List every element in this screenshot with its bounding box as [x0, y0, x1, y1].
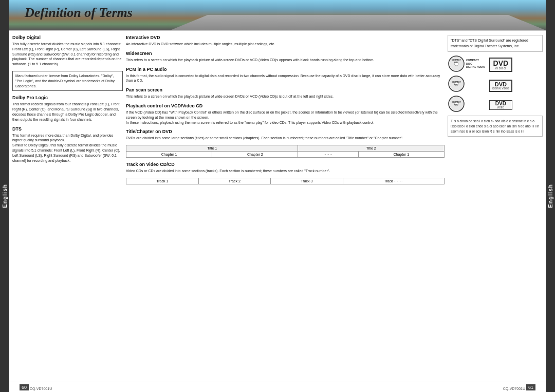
dvd-digital-label: DIGITAL VIDEO — [492, 87, 509, 90]
right-model-number: CQ-VD7001U — [503, 387, 525, 390]
disc-logos: COMPACT DISC COMPACTDISCDIGITAL AUDIO CO… — [448, 55, 485, 113]
logo-dvd-digital-video: DVD DIGITAL VIDEO — [489, 80, 512, 92]
page-title: Definition of Terms — [25, 5, 133, 21]
chapter-2: Chapter 2 — [212, 152, 298, 158]
playback-control-body: If the VCD (Video CD) has "With Playback… — [126, 110, 445, 125]
right-side-tab-label: English — [547, 184, 553, 208]
track-3: Track 3 — [271, 178, 343, 184]
dolby-license-box: Manufactured under license from Dolby La… — [12, 71, 123, 91]
left-page-number: 60 — [20, 384, 29, 390]
chapter-table-header-2: Title 2 — [298, 145, 445, 152]
logo-dvd-video: DVD VIDEO — [489, 58, 512, 72]
svg-text:COMPACT: COMPACT — [452, 101, 461, 103]
dolby-prologic-title: Dolby Pro Logic — [12, 95, 123, 100]
left-side-tab-label: English — [2, 184, 8, 208]
pan-scan-body: This refers to a screen on which the pla… — [126, 94, 445, 99]
compact-disc-icon: COMPACT DISC — [448, 75, 465, 92]
dvd-logos: DVD VIDEO DVD DIGITAL VIDEO DVD VIDEO — [489, 55, 512, 113]
chapter-table-header-1: Title 1 — [126, 145, 298, 152]
track-1: Track 1 — [126, 178, 199, 184]
right-notice-text: T is o cinoo oa sco i o cion c- noo ais … — [451, 119, 539, 133]
dts-body: This format requires more data than Dolb… — [12, 133, 123, 163]
svg-text:DISC: DISC — [454, 84, 459, 86]
track-dots: Track ······ — [343, 178, 444, 184]
chapter-dots-1: ······ — [298, 152, 358, 158]
pcm-audio-body: In this format, the audio signal is conv… — [126, 73, 445, 84]
chapter-table: Title 1 Title 2 Chapter 1 Chapter 2 ····… — [126, 145, 445, 158]
right-side-tab: English — [546, 0, 555, 392]
logo-compact-disc: COMPACT DISC — [448, 75, 485, 92]
left-column: Dolby Digital This fully discrete format… — [12, 35, 123, 378]
dts-title: DTS — [12, 126, 123, 132]
left-model-number: CQ-VD7001U — [30, 387, 52, 390]
right-column: "DTS" and "DTS Digital Surround" are reg… — [448, 35, 543, 378]
dolby-prologic-body: This format records signals from four ch… — [12, 102, 123, 122]
right-page-number: 61 — [526, 384, 535, 390]
widescreen-body: This refers to a screen on which the pla… — [126, 58, 445, 63]
trademark-text: "DTS" and "DTS Digital Surround" are reg… — [448, 35, 543, 52]
interactive-dvd-body: An interactive DVD is DVD software which… — [126, 42, 445, 47]
chapter-1-title2: Chapter 1 — [358, 152, 444, 158]
left-side-tab: English — [0, 0, 9, 392]
compact-disc-2-icon: COMPACT DISC — [448, 95, 465, 113]
chapter-1: Chapter 1 — [126, 152, 212, 158]
compact-disc-audio-icon: COMPACT DISC — [448, 55, 465, 72]
right-notice-box: T is o cinoo oa sco i o cion c- noo ais … — [448, 116, 543, 137]
dolby-digital-body: This fully discrete format divides the m… — [12, 42, 123, 67]
svg-text:COMPACT: COMPACT — [452, 59, 461, 61]
dolby-digital-title: Dolby Digital — [12, 35, 123, 40]
track-2: Track 2 — [198, 178, 271, 184]
dvd-video-sm-label: VIDEO — [497, 106, 504, 109]
track-body: Video CDs or CDs are divided into some s… — [126, 169, 445, 174]
dvd-video-label: VIDEO — [495, 67, 506, 70]
page: English Definition of Terms Dolby Digita… — [0, 0, 555, 392]
logo-compact-disc-2: COMPACT DISC — [448, 95, 485, 113]
svg-text:DISC: DISC — [454, 62, 459, 64]
disc-audio-label: COMPACTDISCDIGITAL AUDIO — [466, 59, 485, 69]
title-chapter-body: DVDs are divided into some large section… — [126, 136, 445, 141]
widescreen-title: Widescreen — [126, 51, 445, 56]
playback-control-title: Playback control on VCD/Video CD — [126, 103, 445, 108]
mid-column: Interactive DVD An interactive DVD is DV… — [126, 35, 445, 378]
track-title: Track on Video CD/CD — [126, 162, 445, 167]
dvd-video-text: DVD — [493, 60, 509, 67]
main-content: Definition of Terms Dolby Digital This f… — [9, 0, 546, 392]
svg-text:DISC: DISC — [454, 104, 459, 106]
track-section: Track on Video CD/CD Video CDs or CDs ar… — [126, 162, 445, 184]
logos-area: COMPACT DISC COMPACTDISCDIGITAL AUDIO CO… — [448, 55, 543, 113]
pan-scan-title: Pan scan screen — [126, 87, 445, 92]
svg-text:COMPACT: COMPACT — [452, 81, 461, 83]
page-header: Definition of Terms — [9, 0, 546, 31]
header-road — [170, 15, 546, 30]
dvd-digital-text: DVD — [495, 82, 507, 87]
interactive-dvd-title: Interactive DVD — [126, 35, 445, 40]
content-area: Dolby Digital This fully discrete format… — [9, 31, 546, 382]
pcm-audio-title: PCM in a PC audio — [126, 67, 445, 72]
logo-compact-disc-audio: COMPACT DISC COMPACTDISCDIGITAL AUDIO — [448, 55, 485, 72]
dvd-video-sm-text: DVD — [495, 101, 506, 106]
footer: 60 CQ-VD7001U CQ-VD7001U 61 — [9, 382, 546, 392]
track-table: Track 1 Track 2 Track 3 Track ······ — [126, 178, 445, 184]
title-chapter-title: Title/Chapter on DVD — [126, 129, 445, 134]
logo-dvd-video-sm: DVD VIDEO — [489, 100, 512, 110]
